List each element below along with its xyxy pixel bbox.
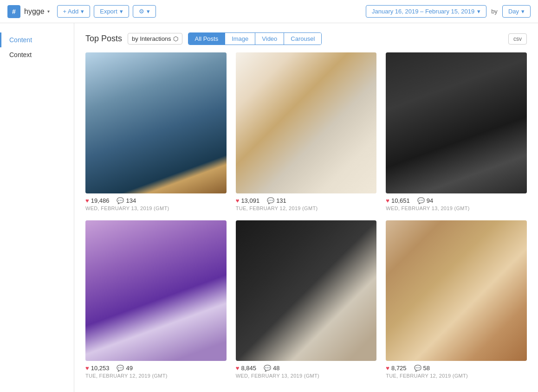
post-image-placeholder-3 bbox=[386, 52, 527, 193]
post-likes-1: ♥ 19,486 bbox=[85, 197, 109, 204]
post-image-2 bbox=[236, 52, 377, 193]
post-card-6[interactable]: ♥ 8,725 💬 58 TUE, FEBRUARY 12, 2019 (GMT… bbox=[386, 220, 527, 379]
sort-dropdown[interactable]: by Interactions ⬡ bbox=[128, 33, 182, 45]
sidebar-item-context[interactable]: Context bbox=[0, 47, 74, 62]
post-date-4: TUE, FEBRUARY 12, 2019 (GMT) bbox=[85, 373, 227, 379]
heart-icon-3: ♥ bbox=[386, 197, 389, 204]
post-comments-2: 💬 131 bbox=[267, 197, 286, 204]
post-card-5[interactable]: ♥ 8,845 💬 48 WED, FEBRUARY 13, 2019 (GMT… bbox=[236, 220, 377, 379]
post-image-placeholder-2 bbox=[236, 52, 377, 193]
post-date-6: TUE, FEBRUARY 12, 2019 (GMT) bbox=[386, 373, 527, 379]
post-image-placeholder-1 bbox=[85, 52, 227, 193]
filter-tab-image[interactable]: Image bbox=[225, 33, 255, 45]
post-stats-5: ♥ 8,845 💬 48 bbox=[236, 365, 377, 372]
by-label: by bbox=[491, 8, 498, 15]
add-dropdown-arrow: ▾ bbox=[81, 8, 84, 15]
filter-tab-carousel[interactable]: Carousel bbox=[284, 33, 321, 45]
post-image-placeholder-5 bbox=[236, 220, 377, 361]
date-range-button[interactable]: January 16, 2019 – February 15, 2019 ▾ bbox=[366, 5, 486, 18]
post-likes-4: ♥ 10,253 bbox=[85, 365, 109, 372]
sidebar: Content Context bbox=[0, 23, 74, 392]
heart-icon-6: ♥ bbox=[386, 365, 389, 372]
export-button[interactable]: Export ▾ bbox=[94, 5, 129, 18]
post-image-placeholder-6 bbox=[386, 220, 527, 361]
post-card-2[interactable]: ♥ 13,091 💬 131 TUE, FEBRUARY 12, 2019 (G… bbox=[236, 52, 377, 211]
day-button[interactable]: Day ▾ bbox=[502, 5, 531, 18]
post-comments-4: 💬 49 bbox=[117, 365, 132, 372]
post-date-1: WED, FEBRUARY 13, 2019 (GMT) bbox=[85, 206, 227, 211]
post-comments-3: 💬 94 bbox=[417, 197, 433, 204]
sort-dropdown-arrow: ⬡ bbox=[173, 35, 178, 42]
comment-icon-6: 💬 bbox=[414, 365, 421, 372]
heart-icon-1: ♥ bbox=[85, 197, 89, 204]
post-likes-3: ♥ 10,651 bbox=[386, 197, 409, 204]
main-layout: Content Context Top Posts by Interaction… bbox=[0, 23, 538, 392]
main-content: Top Posts by Interactions ⬡ All Posts Im… bbox=[74, 23, 538, 392]
filter-tab-all-posts[interactable]: All Posts bbox=[188, 33, 226, 45]
post-card-1[interactable]: ♥ 19,486 💬 134 WED, FEBRUARY 13, 2019 (G… bbox=[85, 52, 227, 211]
post-date-2: TUE, FEBRUARY 12, 2019 (GMT) bbox=[236, 206, 377, 211]
posts-grid: ♥ 19,486 💬 134 WED, FEBRUARY 13, 2019 (G… bbox=[85, 52, 527, 379]
heart-icon-4: ♥ bbox=[85, 365, 89, 372]
filter-tabs: All Posts Image Video Carousel bbox=[188, 32, 322, 45]
post-stats-3: ♥ 10,651 💬 94 bbox=[386, 197, 527, 204]
post-image-placeholder-4 bbox=[85, 220, 227, 361]
post-stats-4: ♥ 10,253 💬 49 bbox=[85, 365, 227, 372]
day-dropdown-arrow: ▾ bbox=[521, 8, 525, 15]
top-bar-right: January 16, 2019 – February 15, 2019 ▾ b… bbox=[366, 5, 531, 18]
post-stats-6: ♥ 8,725 💬 58 bbox=[386, 365, 527, 372]
post-card-3[interactable]: ♥ 10,651 💬 94 WED, FEBRUARY 13, 2019 (GM… bbox=[386, 52, 527, 211]
add-button[interactable]: + Add ▾ bbox=[57, 5, 91, 18]
post-image-1 bbox=[85, 52, 227, 193]
account-dropdown-arrow[interactable]: ▾ bbox=[47, 9, 50, 14]
post-likes-5: ♥ 8,845 bbox=[236, 365, 256, 372]
date-range-dropdown-arrow: ▾ bbox=[477, 8, 480, 15]
post-comments-6: 💬 58 bbox=[414, 365, 430, 372]
comment-icon-2: 💬 bbox=[267, 197, 274, 204]
post-image-4 bbox=[85, 220, 227, 361]
filter-tab-video[interactable]: Video bbox=[255, 33, 284, 45]
settings-button[interactable]: ⚙ ▾ bbox=[133, 5, 156, 18]
post-comments-5: 💬 48 bbox=[264, 365, 279, 372]
comment-icon-1: 💬 bbox=[117, 197, 124, 204]
account-name: hygge bbox=[24, 7, 45, 16]
top-posts-header: Top Posts by Interactions ⬡ All Posts Im… bbox=[85, 32, 527, 45]
csv-button[interactable]: csv bbox=[508, 33, 527, 45]
settings-dropdown-arrow: ▾ bbox=[147, 8, 150, 15]
post-comments-1: 💬 134 bbox=[117, 197, 136, 204]
post-likes-6: ♥ 8,725 bbox=[386, 365, 406, 372]
post-image-5 bbox=[236, 220, 377, 361]
post-stats-1: ♥ 19,486 💬 134 bbox=[85, 197, 227, 204]
post-date-3: WED, FEBRUARY 13, 2019 (GMT) bbox=[386, 206, 527, 211]
comment-icon-4: 💬 bbox=[117, 365, 124, 372]
heart-icon-2: ♥ bbox=[236, 197, 240, 204]
top-posts-title: Top Posts bbox=[85, 34, 122, 44]
post-image-3 bbox=[386, 52, 527, 193]
post-stats-2: ♥ 13,091 💬 131 bbox=[236, 197, 377, 204]
export-dropdown-arrow: ▾ bbox=[120, 8, 123, 15]
hashtag-badge: # bbox=[7, 5, 20, 18]
top-bar: # hygge ▾ + Add ▾ Export ▾ ⚙ ▾ January 1… bbox=[0, 0, 538, 23]
post-date-5: WED, FEBRUARY 13, 2019 (GMT) bbox=[236, 373, 377, 379]
post-likes-2: ♥ 13,091 bbox=[236, 197, 259, 204]
top-bar-actions: + Add ▾ Export ▾ ⚙ ▾ bbox=[57, 5, 156, 18]
comment-icon-5: 💬 bbox=[264, 365, 271, 372]
post-card-4[interactable]: ♥ 10,253 💬 49 TUE, FEBRUARY 12, 2019 (GM… bbox=[85, 220, 227, 379]
comment-icon-3: 💬 bbox=[417, 197, 425, 204]
heart-icon-5: ♥ bbox=[236, 365, 240, 372]
post-image-6 bbox=[386, 220, 527, 361]
sidebar-item-content[interactable]: Content bbox=[0, 32, 74, 47]
